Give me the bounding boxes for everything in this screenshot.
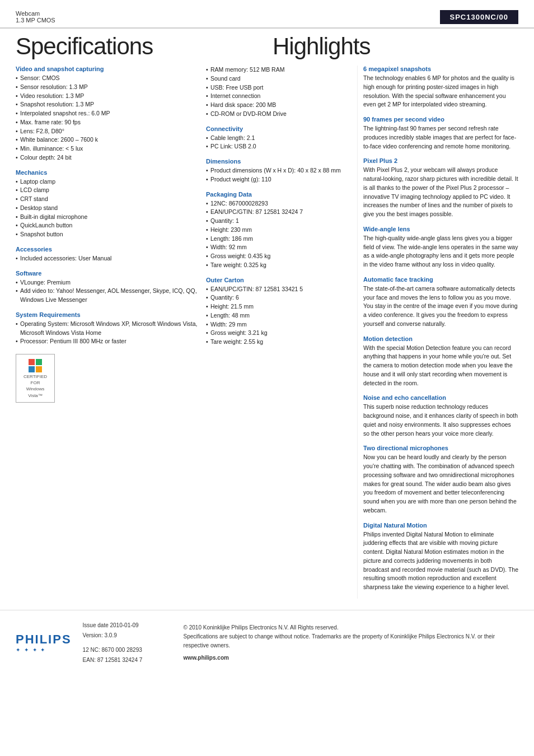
- spec-item: Cable length: 2.1: [206, 134, 352, 143]
- highlight-4: Automatic face tracking The state-of-the…: [363, 276, 518, 329]
- spec-item: Processor: Pentium III 800 MHz or faster: [16, 337, 200, 346]
- section-software-heading: Software: [16, 270, 200, 277]
- product-line: Webcam: [16, 10, 55, 17]
- highlight-7: Two directional microphones Now you can …: [363, 445, 518, 515]
- spec-item: Operating System: Microsoft Windows XP, …: [16, 320, 200, 338]
- win-logo-green: [36, 359, 42, 365]
- spec-item: Tare weight: 2.55 kg: [206, 338, 352, 347]
- video-spec-list: Sensor: CMOS Sensor resolution: 1.3 MP V…: [16, 74, 200, 162]
- highlight-text-1: The lightning-fast 90 frames per second …: [363, 124, 518, 151]
- philips-brand-text: PHILIPS: [16, 632, 72, 647]
- top-bar: Webcam 1.3 MP CMOS SPC1300NC/00: [0, 0, 534, 24]
- footer-info: Issue date 2010-01-09 Version: 3.0.9 12 …: [72, 620, 172, 665]
- spec-item: Width: 92 mm: [206, 243, 352, 252]
- section-video-heading: Video and snapshot capturing: [16, 66, 200, 72]
- highlight-text-3: The high-quality wide-angle glass lens g…: [363, 234, 518, 269]
- spec-item: USB: Free USB port: [206, 83, 352, 92]
- spec-item: Laptop clamp: [16, 178, 200, 186]
- sysreq-spec-list: Operating System: Microsoft Windows XP, …: [16, 320, 200, 346]
- win-logo-blue: [29, 366, 35, 372]
- right-column: 6 megapixel snapshots The technology ena…: [357, 66, 518, 599]
- outer-carton-spec-list: EAN/UPC/GTIN: 87 12581 33421 5 Quantity:…: [206, 285, 352, 347]
- highlight-1: 90 frames per second video The lightning…: [363, 116, 518, 151]
- spec-item: Colour depth: 24 bit: [16, 153, 200, 162]
- pc-req-list: RAM memory: 512 MB RAM Sound card USB: F…: [206, 66, 352, 119]
- page: Webcam 1.3 MP CMOS SPC1300NC/00 Specific…: [0, 0, 534, 756]
- spec-item: CRT stand: [16, 195, 200, 204]
- section-sysreq-heading: System Requirements: [16, 311, 200, 318]
- highlight-heading-6: Noise and echo cancellation: [363, 394, 518, 401]
- highlight-heading-3: Wide-angle lens: [363, 226, 518, 232]
- spec-item: LCD clamp: [16, 186, 200, 195]
- spec-item: CD-ROM or DVD-ROM Drive: [206, 110, 352, 119]
- spec-item: Desktop stand: [16, 204, 200, 213]
- spec-item: White balance: 2600 – 7600 k: [16, 136, 200, 144]
- middle-column: RAM memory: 512 MB RAM Sound card USB: F…: [206, 66, 357, 599]
- highlight-heading-7: Two directional microphones: [363, 445, 518, 451]
- philips-stars: ✦ ✦ ✦ ✦: [16, 647, 46, 653]
- spec-item: Built-in digital microphone: [16, 213, 200, 222]
- spec-item: Height: 21.5 mm: [206, 302, 352, 311]
- software-spec-list: VLounge: Premium Add video to: Yahoo! Me…: [16, 278, 200, 305]
- section-packaging-heading: Packaging Data: [206, 191, 352, 198]
- spec-item: Sensor resolution: 1.3 MP: [16, 83, 200, 92]
- connectivity-spec-list: Cable length: 2.1 PC Link: USB 2.0: [206, 134, 352, 152]
- windows-badge: CERTIFIED FOR Windows Vista™: [16, 354, 55, 403]
- product-info: Webcam 1.3 MP CMOS: [16, 10, 55, 24]
- highlight-heading-4: Automatic face tracking: [363, 276, 518, 283]
- section-outer-carton-heading: Outer Carton: [206, 277, 352, 283]
- win-logo-red: [29, 359, 35, 365]
- highlight-heading-1: 90 frames per second video: [363, 116, 518, 123]
- content-area: Video and snapshot capturing Sensor: CMO…: [0, 66, 534, 599]
- spec-item: Width: 29 mm: [206, 320, 352, 329]
- spec-item: Gross weight: 0.435 kg: [206, 252, 352, 261]
- spec-item: VLounge: Premium: [16, 278, 200, 287]
- section-mechanics-heading: Mechanics: [16, 169, 200, 176]
- spec-item: Lens: F2.8, D80°: [16, 127, 200, 136]
- spec-item: Sensor: CMOS: [16, 74, 200, 83]
- highlights-title: Highlights: [261, 33, 518, 60]
- footer-nc: 12 NC: 8670 000 28293: [83, 645, 172, 655]
- footer-issue-date: Issue date 2010-01-09: [83, 620, 172, 631]
- footer-website: www.philips.com: [184, 654, 518, 662]
- section-accessories-heading: Accessories: [16, 246, 200, 253]
- spec-item: Video resolution: 1.3 MP: [16, 92, 200, 101]
- spec-item: PC Link: USB 2.0: [206, 142, 352, 151]
- highlight-text-5: With the special Motion Detection featur…: [363, 344, 518, 388]
- spec-item: Length: 186 mm: [206, 235, 352, 244]
- spec-item: Product weight (g): 110: [206, 175, 352, 184]
- spec-item: Snapshot resolution: 1.3 MP: [16, 100, 200, 109]
- highlight-text-6: This superb noise reduction technology r…: [363, 403, 518, 438]
- spec-item: Sound card: [206, 74, 352, 83]
- packaging-spec-list: 12NC: 867000028293 EAN/UPC/GTIN: 87 1258…: [206, 199, 352, 270]
- highlight-heading-0: 6 megapixel snapshots: [363, 66, 518, 72]
- highlight-text-7: Now you can be heard loudly and clearly …: [363, 453, 518, 515]
- spec-item: EAN/UPC/GTIN: 87 12581 32424 7: [206, 208, 352, 217]
- spec-item: Length: 48 mm: [206, 311, 352, 320]
- spec-item: Min. illuminance: < 5 lux: [16, 144, 200, 153]
- mechanics-spec-list: Laptop clamp LCD clamp CRT stand Desktop…: [16, 178, 200, 239]
- model-badge: SPC1300NC/00: [440, 10, 519, 24]
- spec-item: Internet connection: [206, 92, 352, 101]
- spec-item: RAM memory: 512 MB RAM: [206, 66, 352, 74]
- highlight-heading-5: Motion detection: [363, 335, 518, 342]
- footer-legal-text: Specifications are subject to change wit…: [184, 632, 518, 650]
- footer-legal: © 2010 Koninklijke Philips Electronics N…: [172, 623, 518, 662]
- win-logo-yellow: [36, 366, 42, 372]
- highlight-3: Wide-angle lens The high-quality wide-an…: [363, 226, 518, 269]
- spec-item: Interpolated snapshot res.: 6.0 MP: [16, 109, 200, 118]
- highlight-6: Noise and echo cancellation This superb …: [363, 394, 518, 438]
- spec-item: QuickLaunch button: [16, 221, 200, 230]
- highlight-text-2: With Pixel Plus 2, your webcam will alwa…: [363, 166, 518, 219]
- main-titles: Specifications Highlights: [0, 27, 534, 60]
- footer-version: Version: 3.0.9: [83, 631, 172, 641]
- section-dimensions-heading: Dimensions: [206, 158, 352, 165]
- highlight-heading-2: Pixel Plus 2: [363, 157, 518, 164]
- spec-item: Max. frame rate: 90 fps: [16, 118, 200, 127]
- highlight-text-4: The state-of-the-art camera software aut…: [363, 284, 518, 329]
- windows-badge-text2: Windows: [20, 386, 51, 392]
- highlight-heading-8: Digital Natural Motion: [363, 522, 518, 529]
- philips-logo: PHILIPS ✦ ✦ ✦ ✦: [16, 632, 72, 653]
- spec-item: Gross weight: 3.21 kg: [206, 329, 352, 338]
- spec-item: Quantity: 6: [206, 293, 352, 302]
